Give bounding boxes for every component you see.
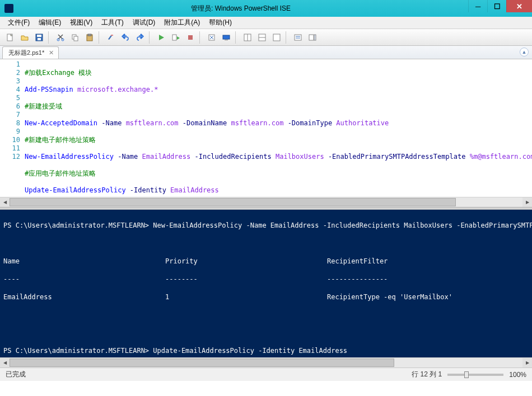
svg-rect-10 bbox=[111, 35, 113, 36]
menu-help[interactable]: 帮助(H) bbox=[204, 17, 236, 29]
svg-rect-20 bbox=[273, 34, 280, 41]
scroll-left-icon[interactable]: ◀ bbox=[0, 358, 10, 367]
svg-rect-21 bbox=[295, 35, 301, 40]
redo-icon[interactable] bbox=[133, 31, 147, 44]
remote-icon[interactable] bbox=[220, 31, 233, 44]
console-output[interactable]: PS C:\Users\administrator.MSFTLEARN> New… bbox=[0, 210, 532, 357]
tab-label: 无标题2.ps1* bbox=[8, 49, 44, 57]
console-pane: PS C:\Users\administrator.MSFTLEARN> New… bbox=[0, 210, 532, 367]
svg-rect-7 bbox=[74, 36, 78, 41]
console-hscroll[interactable]: ◀ ▶ bbox=[0, 357, 532, 367]
layout1-icon[interactable] bbox=[241, 31, 254, 44]
code-area[interactable]: #加载Exchange 模块 Add-PSSnapin microsoft.ex… bbox=[25, 59, 532, 197]
breakpoint-icon[interactable] bbox=[205, 31, 218, 44]
scroll-left-icon[interactable]: ◀ bbox=[0, 197, 10, 207]
svg-rect-12 bbox=[188, 35, 193, 40]
run-selection-icon[interactable] bbox=[169, 31, 183, 44]
save-icon[interactable] bbox=[32, 31, 46, 44]
new-file-icon[interactable] bbox=[3, 31, 17, 44]
scroll-right-icon[interactable]: ▶ bbox=[522, 197, 532, 207]
cut-icon[interactable] bbox=[54, 31, 67, 44]
scroll-thumb[interactable] bbox=[10, 198, 456, 206]
open-file-icon[interactable] bbox=[18, 31, 31, 44]
window-titlebar: 管理员: Windows PowerShell ISE ─ ☐ ✕ bbox=[0, 0, 532, 17]
window-title: 管理员: Windows PowerShell ISE bbox=[13, 4, 468, 13]
menu-view[interactable]: 视图(V) bbox=[66, 17, 97, 29]
menubar: 文件(F) 编辑(E) 视图(V) 工具(T) 调试(D) 附加工具(A) 帮助… bbox=[0, 17, 532, 29]
svg-rect-2 bbox=[37, 35, 41, 37]
tab-untitled2[interactable]: 无标题2.ps1* ✕ bbox=[2, 46, 59, 59]
layout3-icon[interactable] bbox=[270, 31, 283, 44]
svg-rect-15 bbox=[225, 40, 228, 40]
line-gutter: 123456789101112 bbox=[0, 59, 25, 197]
svg-rect-3 bbox=[38, 38, 41, 40]
menu-addons[interactable]: 附加工具(A) bbox=[160, 17, 204, 29]
svg-rect-25 bbox=[314, 35, 316, 40]
run-icon[interactable] bbox=[155, 31, 168, 44]
minimize-button[interactable]: ─ bbox=[468, 0, 487, 12]
cursor-position: 行 12 列 1 bbox=[412, 370, 442, 379]
commands-icon[interactable] bbox=[291, 31, 305, 44]
svg-rect-11 bbox=[172, 35, 176, 40]
menu-file[interactable]: 文件(F) bbox=[3, 17, 34, 29]
zoom-thumb[interactable] bbox=[464, 371, 469, 378]
layout2-icon[interactable] bbox=[255, 31, 269, 44]
statusbar: 已完成 行 12 列 1 100% bbox=[0, 367, 532, 381]
editor-hscroll[interactable]: ◀ ▶ bbox=[0, 197, 532, 207]
scroll-thumb[interactable] bbox=[10, 359, 394, 367]
status-message: 已完成 bbox=[6, 370, 26, 379]
addons-pane-icon[interactable] bbox=[306, 31, 319, 44]
app-icon bbox=[4, 4, 13, 13]
svg-rect-9 bbox=[88, 34, 91, 36]
maximize-button[interactable]: ☐ bbox=[487, 0, 506, 12]
editor-tabs: 无标题2.ps1* ✕ ▲ bbox=[0, 46, 532, 59]
menu-edit[interactable]: 编辑(E) bbox=[34, 17, 66, 29]
clear-icon[interactable] bbox=[104, 31, 118, 44]
paste-icon[interactable] bbox=[83, 31, 96, 44]
zoom-slider[interactable] bbox=[447, 374, 503, 376]
menu-tools[interactable]: 工具(T) bbox=[97, 17, 128, 29]
undo-icon[interactable] bbox=[119, 31, 132, 44]
zoom-level: 100% bbox=[509, 371, 526, 379]
close-button[interactable]: ✕ bbox=[506, 0, 532, 12]
stop-icon[interactable] bbox=[184, 31, 197, 44]
collapse-editor-icon[interactable]: ▲ bbox=[520, 48, 529, 56]
svg-rect-24 bbox=[309, 35, 314, 40]
scroll-right-icon[interactable]: ▶ bbox=[522, 358, 532, 367]
toolbar bbox=[0, 29, 532, 46]
script-editor[interactable]: 123456789101112 #加载Exchange 模块 Add-PSSna… bbox=[0, 59, 532, 197]
copy-icon[interactable] bbox=[68, 31, 82, 44]
tab-close-icon[interactable]: ✕ bbox=[48, 49, 55, 56]
menu-debug[interactable]: 调试(D) bbox=[128, 17, 160, 29]
svg-rect-14 bbox=[223, 35, 230, 39]
